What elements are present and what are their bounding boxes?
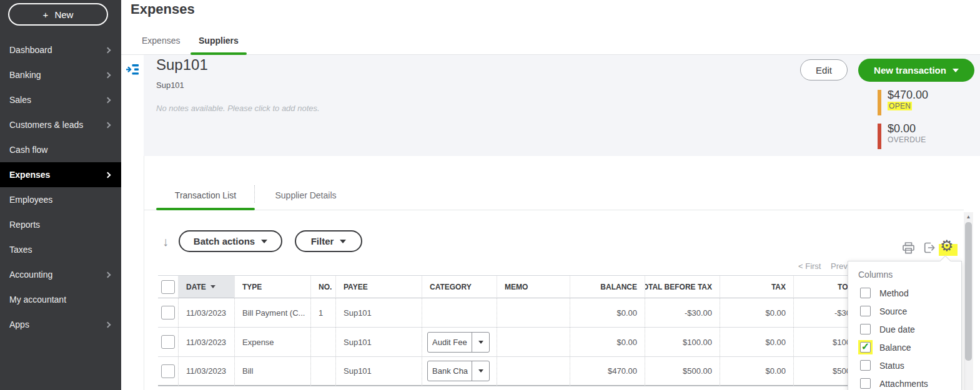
sidebar-item-reports[interactable]: Reports [0, 212, 121, 237]
sidebar-item-customers-leads[interactable]: Customers & leads [0, 112, 121, 137]
cell-total-before-tax: $100.00 [645, 328, 720, 357]
cell-type[interactable]: Expense [234, 328, 310, 357]
sidebar-item-label: Accounting [9, 270, 52, 280]
chevron-right-icon [105, 97, 111, 103]
tab-transaction-list[interactable]: Transaction List [156, 183, 255, 208]
cell-date[interactable]: 11/03/2023 [178, 328, 234, 357]
cell-no[interactable] [310, 328, 335, 357]
category-caret-button[interactable] [472, 361, 489, 381]
cell-balance: $0.00 [570, 298, 645, 328]
select-all-checkbox[interactable] [161, 280, 175, 294]
sidebar-item-label: Reports [9, 220, 40, 230]
sidebar-item-label: Banking [9, 70, 41, 80]
cell-payee[interactable]: Sup101 [335, 357, 422, 386]
new-button[interactable]: + New [8, 3, 108, 26]
column-option-attachments[interactable]: Attachments [858, 374, 961, 390]
cell-payee[interactable]: Sup101 [335, 298, 422, 328]
caret-down-icon [340, 240, 346, 243]
sidebar-item-banking[interactable]: Banking [0, 62, 121, 87]
sidebar-item-label: Sales [9, 95, 31, 105]
scroll-down-arrow-icon[interactable]: ↓ [162, 235, 169, 249]
column-header-tax[interactable]: TAX [720, 276, 793, 298]
open-amount-bar [878, 90, 881, 115]
pagination-first[interactable]: < First [798, 261, 821, 271]
row-checkbox[interactable] [161, 335, 175, 349]
sidebar-item-employees[interactable]: Employees [0, 187, 121, 212]
active-detail-tab-underline [156, 208, 255, 210]
sidebar-item-label: Employees [9, 195, 52, 205]
sidebar-item-apps[interactable]: Apps [0, 312, 121, 337]
category-dropdown[interactable]: Bank Cha [427, 361, 490, 381]
sidebar-item-accounting[interactable]: Accounting [0, 262, 121, 287]
checkbox-unchecked[interactable] [860, 306, 871, 316]
checkbox-unchecked[interactable] [860, 324, 871, 334]
tab-supplier-details[interactable]: Supplier Details [255, 183, 357, 208]
row-checkbox[interactable] [161, 306, 175, 319]
new-transaction-button[interactable]: New transaction [858, 59, 974, 82]
category-value: Bank Cha [428, 361, 472, 381]
sidebar-item-label: Cash flow [9, 145, 47, 155]
cell-date[interactable]: 11/03/2023 [178, 357, 234, 386]
filter-button[interactable]: Filter [295, 230, 362, 252]
checkbox-unchecked[interactable] [860, 360, 871, 371]
sidebar-item-label: Expenses [9, 170, 50, 180]
column-option-method[interactable]: Method [858, 284, 961, 302]
row-checkbox[interactable] [161, 364, 175, 378]
export-icon[interactable] [923, 241, 936, 257]
column-header-date[interactable]: DATE [178, 276, 234, 298]
sidebar-item-taxes[interactable]: Taxes [0, 237, 121, 262]
sidebar-item-my-accountant[interactable]: My accountant [0, 287, 121, 312]
cell-balance: $470.00 [570, 357, 645, 386]
overdue-amount-bar [878, 124, 881, 149]
supplier-notes-placeholder[interactable]: No notes available. Please click to add … [156, 104, 320, 113]
vertical-scrollbar[interactable]: ▲ [964, 212, 973, 390]
sidebar-item-cash-flow[interactable]: Cash flow [0, 137, 121, 162]
open-label: OPEN [888, 102, 912, 110]
column-header-memo[interactable]: MEMO [497, 276, 570, 298]
tab-suppliers[interactable]: Suppliers [199, 36, 239, 52]
column-header-type[interactable]: TYPE [234, 276, 310, 298]
cell-type[interactable]: Bill [234, 357, 310, 386]
pagination-prev[interactable]: Prev [831, 261, 848, 271]
column-header-category[interactable]: CATEGORY [422, 276, 497, 298]
column-option-balance[interactable]: ✓ Balance [858, 338, 961, 356]
sidebar-item-expenses[interactable]: Expenses [0, 162, 121, 187]
gear-icon[interactable]: ⚙ [940, 238, 954, 254]
cell-payee[interactable]: Sup101 [335, 328, 422, 357]
edit-button[interactable]: Edit [800, 59, 848, 80]
column-header-payee[interactable]: PAYEE [335, 276, 422, 298]
sidebar-item-dashboard[interactable]: Dashboard [0, 37, 121, 62]
category-caret-button[interactable] [472, 333, 489, 352]
row-select-cell [158, 328, 178, 357]
collapse-list-icon[interactable] [126, 64, 139, 78]
caret-down-icon [261, 240, 267, 243]
chevron-right-icon [105, 271, 111, 278]
cell-no[interactable] [310, 357, 335, 386]
column-option-due-date[interactable]: Due date [858, 320, 961, 338]
batch-actions-button[interactable]: Batch actions [179, 230, 282, 252]
cell-category [422, 298, 497, 328]
row-select-cell [158, 357, 178, 386]
supplier-name: Sup101 [156, 56, 208, 74]
sidebar-item-sales[interactable]: Sales [0, 87, 121, 112]
column-option-status[interactable]: Status [858, 356, 961, 374]
checkbox-unchecked[interactable] [860, 378, 871, 389]
sidebar-item-label: Dashboard [9, 45, 52, 55]
checkbox-unchecked[interactable] [860, 288, 871, 298]
scrollbar-up-arrow[interactable]: ▲ [964, 212, 973, 222]
scrollbar-thumb[interactable] [965, 222, 972, 361]
tab-expenses[interactable]: Expenses [142, 36, 180, 52]
category-dropdown[interactable]: Audit Fee [427, 332, 490, 353]
cell-memo [497, 328, 570, 357]
sort-caret-icon [210, 285, 215, 288]
column-header-balance[interactable]: BALANCE [570, 276, 645, 298]
column-header-total-before-tax[interactable]: TOTAL BEFORE TAX [645, 276, 720, 298]
checkbox-checked[interactable]: ✓ [860, 342, 871, 353]
cell-date[interactable]: 11/03/2023 [178, 298, 234, 328]
column-option-source[interactable]: Source [858, 302, 961, 320]
cell-memo [497, 298, 570, 328]
cell-type[interactable]: Bill Payment (C... [234, 298, 310, 328]
column-header-no[interactable]: NO. [310, 276, 335, 298]
cell-no[interactable]: 1 [310, 298, 335, 328]
print-icon[interactable] [902, 241, 915, 257]
